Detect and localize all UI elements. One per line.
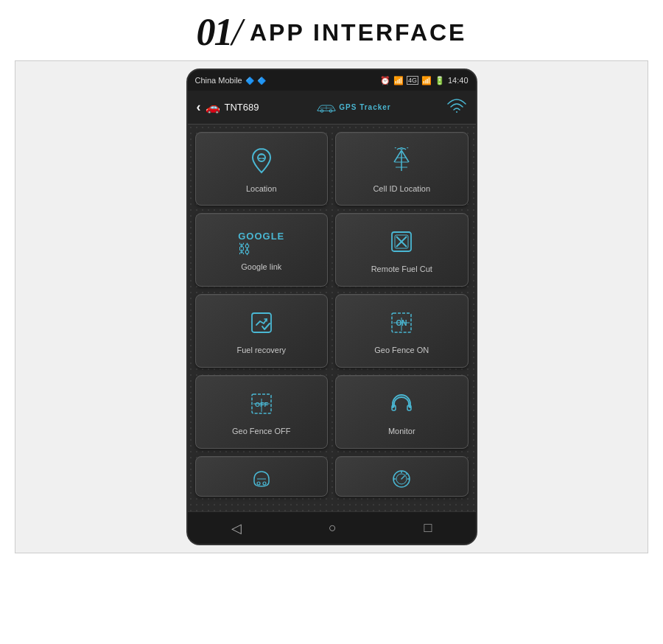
- google-link-icon: GOOGLE ⛓: [238, 231, 284, 256]
- home-nav-button[interactable]: ○: [329, 520, 337, 536]
- page-header: 01 / APP INTERFACE: [0, 0, 663, 60]
- google-link-label: Google link: [241, 262, 281, 272]
- fuel-recovery-icon: [249, 310, 274, 339]
- header-slash: /: [232, 13, 242, 52]
- remote-fuel-cut-button[interactable]: Remote Fuel Cut: [335, 213, 469, 287]
- grid-row-4: OFF Geo Fence OFF: [195, 375, 469, 449]
- geo-fence-off-icon: OFF: [249, 391, 274, 420]
- location-button[interactable]: Location: [195, 132, 329, 206]
- svg-line-38: [401, 476, 404, 479]
- geo-fence-off-label: Geo Fence OFF: [232, 426, 290, 436]
- app-content: Location: [188, 125, 476, 511]
- svg-point-6: [259, 158, 260, 159]
- carrier-icon2: 🔷: [257, 77, 266, 85]
- status-right: ⏰ 📶 4G 📶 🔋 14:40: [380, 76, 469, 85]
- svg-line-10: [401, 150, 409, 162]
- page-title: APP INTERFACE: [250, 19, 466, 46]
- partial-icon-2: [391, 469, 412, 492]
- remote-fuel-cut-icon: [389, 229, 414, 258]
- signal-4g: 4G: [407, 76, 418, 85]
- monitor-icon: [389, 391, 414, 420]
- remote-fuel-cut-label: Remote Fuel Cut: [371, 264, 432, 274]
- google-link-button[interactable]: GOOGLE ⛓ Google link: [195, 213, 329, 287]
- status-bar: China Mobile 🔷 🔷 ⏰ 📶 4G 📶 🔋 14:40: [188, 70, 476, 91]
- monitor-label: Monitor: [388, 426, 415, 436]
- car-logo-icon: [315, 102, 337, 113]
- back-nav-button[interactable]: ◁: [231, 520, 242, 536]
- grid-row-2: GOOGLE ⛓ Google link Remote Fue: [195, 213, 469, 287]
- grid-row-5: [195, 456, 469, 497]
- carrier-name: China Mobile: [195, 76, 242, 85]
- device-name: TNT689: [225, 102, 259, 113]
- geo-fence-on-label: Geo Fence ON: [374, 345, 429, 355]
- svg-point-7: [262, 158, 264, 159]
- alarm-icon: ⏰: [380, 76, 390, 85]
- car-small-icon: 🚗: [206, 100, 220, 114]
- fuel-recovery-button[interactable]: Fuel recovery: [195, 294, 329, 368]
- grid-row-3: Fuel recovery ON Geo: [195, 294, 469, 368]
- geo-fence-on-button[interactable]: ON Geo Fence ON: [335, 294, 469, 368]
- clock: 14:40: [448, 76, 469, 85]
- gps-tracker-logo: GPS Tracker: [315, 102, 390, 113]
- back-button[interactable]: ‹: [197, 99, 201, 115]
- recent-nav-button[interactable]: □: [424, 520, 432, 536]
- partial-btn-1[interactable]: [195, 456, 329, 497]
- location-icon: [250, 147, 273, 178]
- battery-icon: 🔋: [435, 76, 445, 85]
- status-left: China Mobile 🔷 🔷: [195, 76, 266, 85]
- geo-fence-off-button[interactable]: OFF Geo Fence OFF: [195, 375, 329, 449]
- carrier-icon1: 🔷: [245, 77, 254, 85]
- phone-mockup: China Mobile 🔷 🔷 ⏰ 📶 4G 📶 🔋 14:40 ‹ 🚗 TN…: [186, 69, 477, 545]
- header-center-section: GPS Tracker: [315, 102, 390, 113]
- svg-point-30: [257, 482, 260, 485]
- wifi-icon: 📶: [393, 76, 404, 85]
- monitor-button[interactable]: Monitor: [335, 375, 469, 449]
- bottom-nav-bar: ◁ ○ □: [188, 511, 476, 544]
- header-signal-section: [447, 97, 466, 117]
- grid-row-1: Location: [195, 132, 469, 206]
- svg-line-37: [406, 473, 407, 475]
- svg-line-9: [394, 150, 401, 162]
- header-number: 01: [197, 13, 232, 52]
- partial-icon-1: [251, 469, 272, 492]
- geo-fence-on-icon: ON: [389, 310, 414, 339]
- location-label: Location: [246, 183, 277, 194]
- header-left-section: ‹ 🚗 TNT689: [197, 99, 259, 115]
- fuel-recovery-label: Fuel recovery: [236, 345, 286, 355]
- cell-id-label: Cell ID Location: [373, 183, 430, 194]
- cell-id-button[interactable]: Cell ID Location: [335, 132, 469, 206]
- outer-frame: China Mobile 🔷 🔷 ⏰ 📶 4G 📶 🔋 14:40 ‹ 🚗 TN…: [15, 60, 648, 553]
- app-header-bar: ‹ 🚗 TNT689 GPS Tracker: [188, 91, 476, 125]
- logo-text: GPS Tracker: [339, 103, 390, 111]
- cell-id-icon: [390, 147, 413, 178]
- signal-bars: 📶: [421, 76, 432, 85]
- svg-point-31: [263, 482, 266, 485]
- partial-btn-2[interactable]: [335, 456, 469, 497]
- wifi-signal-icon: [447, 102, 466, 116]
